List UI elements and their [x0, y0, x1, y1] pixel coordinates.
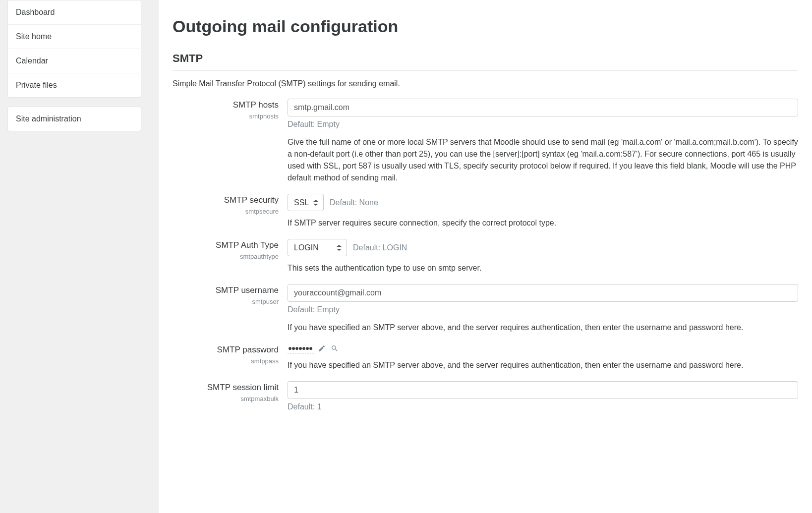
- smtpsecure-select[interactable]: SSL: [288, 194, 324, 211]
- sidebar: Dashboard Site home Calendar Private fil…: [0, 0, 149, 513]
- field-label-col: SMTP hosts smtphosts: [173, 99, 288, 184]
- field-value-col: LOGIN Default: LOGIN This sets the authe…: [288, 239, 798, 274]
- sidebar-item-private-files[interactable]: Private files: [8, 73, 141, 97]
- sidebar-item-site-home[interactable]: Site home: [8, 25, 141, 49]
- section-title: SMTP: [173, 50, 798, 71]
- field-default: Default: Empty: [288, 118, 798, 130]
- field-help: This sets the authentication type to use…: [288, 262, 798, 274]
- field-help: If SMTP server requires secure connectio…: [288, 217, 798, 229]
- field-label: SMTP security: [173, 194, 279, 207]
- section-description: Simple Mail Transfer Protocol (SMTP) set…: [173, 78, 798, 90]
- field-default: Default: 1: [288, 401, 798, 413]
- field-value-col: SSL Default: None If SMTP server require…: [288, 194, 798, 229]
- edit-icon[interactable]: [317, 343, 327, 353]
- field-smtphosts: SMTP hosts smtphosts Default: Empty Give…: [173, 99, 798, 184]
- field-help: If you have specified an SMTP server abo…: [288, 359, 798, 371]
- field-label: SMTP password: [173, 343, 279, 356]
- reveal-icon[interactable]: [330, 343, 340, 353]
- field-smtppass: SMTP password smtppass ●●●●●●● If you ha…: [173, 343, 798, 371]
- field-setting-name: smtppass: [173, 356, 279, 366]
- field-smtpmaxbulk: SMTP session limit smtpmaxbulk Default: …: [173, 381, 798, 413]
- field-label-col: SMTP security smtpsecure: [173, 194, 288, 229]
- field-setting-name: smtpauthtype: [173, 252, 279, 262]
- sidebar-item-calendar[interactable]: Calendar: [8, 49, 141, 73]
- smtpauthtype-select[interactable]: LOGIN: [288, 239, 347, 256]
- field-setting-name: smtpuser: [173, 297, 279, 307]
- field-setting-name: smtpmaxbulk: [173, 394, 279, 404]
- field-label-col: SMTP password smtppass: [173, 343, 288, 371]
- field-default: Default: Empty: [288, 304, 798, 316]
- field-value-col: ●●●●●●● If you have specified an SMTP se…: [288, 343, 798, 371]
- field-label-col: SMTP username smtpuser: [173, 284, 288, 334]
- field-default: Default: LOGIN: [353, 242, 407, 254]
- field-smtpsecure: SMTP security smtpsecure SSL Default: No…: [173, 194, 798, 229]
- field-label-col: SMTP session limit smtpmaxbulk: [173, 381, 288, 413]
- sidebar-nav-block: Dashboard Site home Calendar Private fil…: [7, 0, 141, 98]
- field-label: SMTP hosts: [173, 99, 279, 112]
- main-content: Outgoing mail configuration SMTP Simple …: [159, 0, 812, 513]
- field-label: SMTP username: [173, 284, 279, 297]
- smtp-section: SMTP Simple Mail Transfer Protocol (SMTP…: [173, 50, 798, 413]
- smtphosts-input[interactable]: [288, 99, 798, 116]
- field-smtpuser: SMTP username smtpuser Default: Empty If…: [173, 284, 798, 334]
- field-setting-name: smtpsecure: [173, 207, 279, 217]
- sidebar-admin-block: Site administration: [7, 107, 141, 131]
- field-smtpauthtype: SMTP Auth Type smtpauthtype LOGIN Defaul…: [173, 239, 798, 274]
- field-value-col: Default: Empty If you have specified an …: [288, 284, 798, 334]
- smtpmaxbulk-input[interactable]: [288, 381, 798, 399]
- field-default: Default: None: [330, 197, 378, 209]
- field-label-col: SMTP Auth Type smtpauthtype: [173, 239, 288, 274]
- page-title: Outgoing mail configuration: [173, 14, 798, 39]
- field-setting-name: smtphosts: [173, 112, 279, 121]
- field-help: If you have specified an SMTP server abo…: [288, 322, 798, 334]
- field-value-col: Default: Empty Give the full name of one…: [288, 99, 798, 184]
- field-label: SMTP Auth Type: [173, 239, 279, 252]
- field-help: Give the full name of one or more local …: [288, 136, 798, 184]
- smtppass-masked[interactable]: ●●●●●●●: [288, 343, 314, 353]
- smtpuser-input[interactable]: [288, 284, 798, 302]
- sidebar-item-site-administration[interactable]: Site administration: [8, 107, 141, 131]
- field-label: SMTP session limit: [173, 381, 279, 394]
- field-value-col: Default: 1: [288, 381, 798, 413]
- sidebar-item-dashboard[interactable]: Dashboard: [8, 0, 141, 25]
